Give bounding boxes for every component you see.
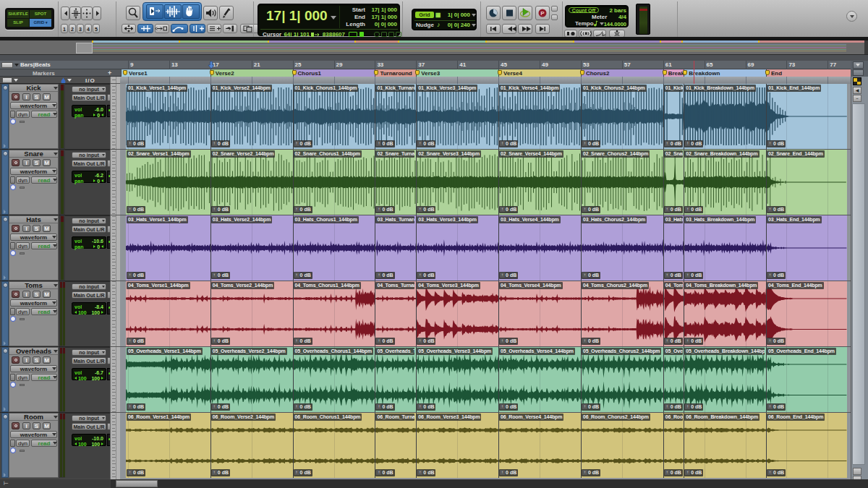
svg-text:P: P: [540, 10, 545, 17]
